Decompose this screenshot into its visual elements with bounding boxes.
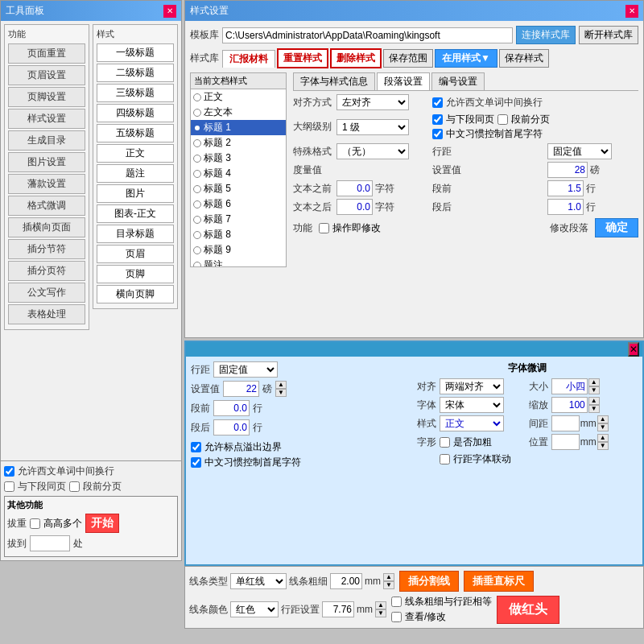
style-list-item[interactable]: 标题 7 — [191, 212, 286, 227]
allow-overflow-cb[interactable] — [191, 442, 201, 452]
style-list-item[interactable]: 标题 2 — [191, 135, 286, 151]
func-btn-样式设置[interactable]: 样式设置 — [8, 109, 85, 129]
tab-font-info[interactable]: 字体与样式信息 — [293, 72, 375, 90]
reset-style-btn[interactable]: 重置样式 — [277, 48, 328, 68]
bottom-line-spacing-select[interactable]: 固定值 — [213, 361, 278, 378]
line-spacing-down-btn[interactable]: ▼ — [375, 609, 386, 617]
style-btn-横向页脚[interactable]: 横向页脚 — [97, 285, 174, 303]
save-range-btn[interactable]: 保存范围 — [383, 49, 433, 68]
style-btn-目录标题[interactable]: 目录标题 — [97, 225, 174, 243]
line-spacing-input[interactable] — [322, 601, 354, 617]
line-equal-cb[interactable] — [391, 597, 402, 607]
tab-in-use-styles[interactable]: 在用样式▼ — [435, 49, 497, 68]
bottom-before-para-input[interactable] — [213, 400, 250, 416]
check-modify-cb[interactable] — [391, 612, 402, 622]
template-lib-input[interactable] — [222, 27, 513, 43]
style-btn-页脚[interactable]: 页脚 — [97, 265, 174, 283]
style-list-item[interactable]: 标题 5 — [191, 181, 286, 196]
func-btn-格式微调[interactable]: 格式微调 — [8, 196, 85, 216]
delete-style-btn[interactable]: 删除样式 — [330, 48, 382, 68]
connect-style-lib-btn[interactable]: 连接样式库 — [516, 26, 576, 44]
func-btn-插分节符[interactable]: 插分节符 — [8, 239, 85, 259]
linked-cb[interactable] — [440, 454, 450, 464]
same-para2-cb[interactable] — [4, 481, 14, 492]
style-btn-一级标题[interactable]: 一级标题 — [97, 43, 174, 62]
style-list-item[interactable]: 标题 4 — [191, 166, 286, 181]
page-break-cb[interactable] — [497, 114, 508, 125]
style-list-item[interactable]: 标题 6 — [191, 196, 286, 212]
font-style-select[interactable]: 正文 — [440, 415, 504, 431]
style-list-item[interactable]: 标题 8 — [191, 227, 286, 242]
set-value-down-btn[interactable]: ▼ — [275, 389, 287, 397]
set-value-up-btn[interactable]: ▲ — [275, 381, 287, 389]
line-spacing-up-btn[interactable]: ▲ — [375, 601, 386, 609]
line-color-select[interactable]: 红色 — [230, 601, 279, 617]
style-btn-页眉[interactable]: 页眉 — [97, 245, 174, 263]
style-list-item[interactable]: 题注 — [191, 258, 286, 266]
func-btn-插横向页面[interactable]: 插横向页面 — [8, 217, 85, 237]
after-text-input[interactable] — [336, 199, 373, 215]
tab-report-material[interactable]: 汇报材料 — [222, 50, 275, 68]
font-scale-down-btn[interactable]: ▼ — [588, 405, 600, 413]
outline-select[interactable]: 1 级 — [336, 119, 409, 135]
font-size-up-btn[interactable]: ▲ — [588, 378, 600, 386]
font-align-select[interactable]: 两端对齐 — [440, 378, 504, 394]
page-break2-cb[interactable] — [69, 481, 80, 492]
func-btn-表格处理[interactable]: 表格处理 — [8, 304, 85, 324]
style-list[interactable]: 正文左文本标题 1标题 2标题 3标题 4标题 5标题 6标题 7标题 8标题 … — [191, 89, 286, 266]
allow-western-cb[interactable] — [432, 97, 443, 108]
start-btn[interactable]: 开始 — [85, 514, 119, 533]
font-position-down-btn[interactable]: ▼ — [597, 442, 609, 450]
style-btn-四级标题[interactable]: 四级标题 — [97, 104, 174, 122]
before-para-input[interactable] — [547, 180, 584, 196]
func-btn-页脚设置[interactable]: 页脚设置 — [8, 87, 85, 107]
style-list-item[interactable]: 正文 — [191, 89, 286, 105]
bottom-panel-close-btn[interactable]: ✕ — [628, 342, 639, 357]
func-btn-公文写作[interactable]: 公文写作 — [8, 283, 85, 303]
tab-paragraph[interactable]: 段落设置 — [377, 72, 430, 90]
font-spacing-up-btn[interactable]: ▲ — [597, 415, 609, 423]
disconnect-style-lib-btn[interactable]: 断开样式库 — [579, 26, 638, 44]
style-btn-正文[interactable]: 正文 — [97, 144, 174, 163]
line-width-up-btn[interactable]: ▲ — [383, 573, 394, 581]
style-panel-close-button[interactable]: ✕ — [625, 5, 638, 18]
font-position-input[interactable] — [551, 434, 580, 450]
tab-numbering[interactable]: 编号设置 — [431, 72, 485, 90]
line-type-select[interactable]: 单红线 — [230, 573, 287, 589]
make-red-header-btn[interactable]: 做红头 — [497, 596, 559, 624]
insert-ruler-btn[interactable]: 插垂直标尺 — [464, 571, 534, 592]
save-style-btn[interactable]: 保存样式 — [499, 49, 549, 68]
style-btn-二级标题[interactable]: 二级标题 — [97, 64, 174, 82]
special-select[interactable]: （无） — [336, 143, 409, 159]
font-select[interactable]: 宋体 — [440, 397, 504, 413]
style-list-item[interactable]: 标题 3 — [191, 151, 286, 166]
apply-imm-cb[interactable] — [319, 223, 329, 233]
same-para-cb[interactable] — [432, 114, 443, 125]
bottom-set-value-input[interactable] — [223, 381, 259, 397]
line-width-down-btn[interactable]: ▼ — [383, 581, 394, 589]
style-btn-图表-正文[interactable]: 图表-正文 — [97, 204, 174, 223]
font-scale-up-btn[interactable]: ▲ — [588, 397, 600, 405]
style-btn-五级标题[interactable]: 五级标题 — [97, 124, 174, 142]
func-btn-插分页符[interactable]: 插分页符 — [8, 261, 85, 281]
align-select[interactable]: 左对齐 — [336, 94, 409, 110]
bold-cb[interactable] — [440, 437, 450, 448]
insert-divider-btn[interactable]: 插分割线 — [399, 571, 459, 592]
chinese-cb[interactable] — [432, 129, 443, 139]
font-spacing-down-btn[interactable]: ▼ — [597, 423, 609, 431]
func-btn-页面重置[interactable]: 页面重置 — [8, 43, 85, 64]
toolbar-close-button[interactable]: ✕ — [163, 5, 176, 18]
func-btn-图片设置[interactable]: 图片设置 — [8, 152, 85, 172]
func-btn-藩款设置[interactable]: 藩款设置 — [8, 174, 85, 194]
set-value-input[interactable] — [547, 162, 588, 178]
style-list-item[interactable]: 标题 9 — [191, 242, 286, 258]
font-size-down-btn[interactable]: ▼ — [588, 386, 600, 394]
bottom-after-para-input[interactable] — [213, 419, 250, 436]
style-list-item[interactable]: 标题 1 — [191, 120, 286, 135]
font-position-up-btn[interactable]: ▲ — [597, 434, 609, 442]
after-para-input[interactable] — [547, 199, 584, 215]
line-width-input[interactable] — [330, 573, 362, 589]
font-spacing-input[interactable] — [551, 415, 580, 431]
confirm-btn[interactable]: 确定 — [595, 218, 638, 237]
font-scale-input[interactable] — [551, 397, 588, 413]
